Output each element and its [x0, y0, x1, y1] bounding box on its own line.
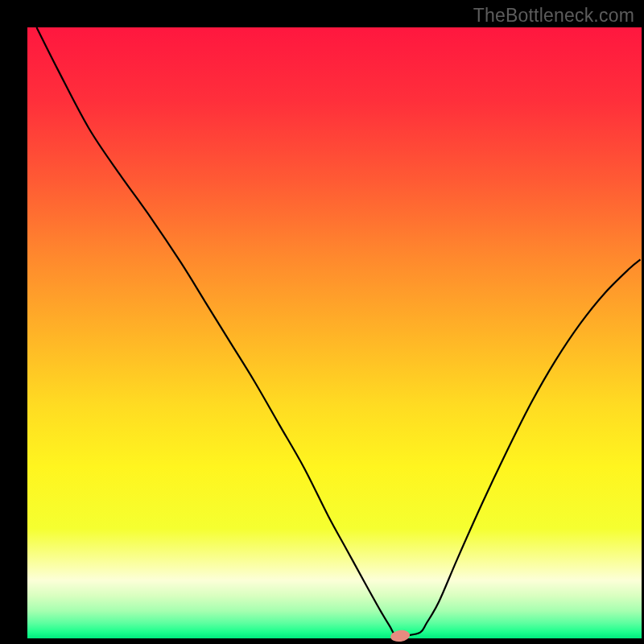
plot-area [27, 27, 642, 638]
watermark-text: TheBottleneck.com [473, 5, 634, 27]
bottleneck-chart [0, 0, 644, 644]
